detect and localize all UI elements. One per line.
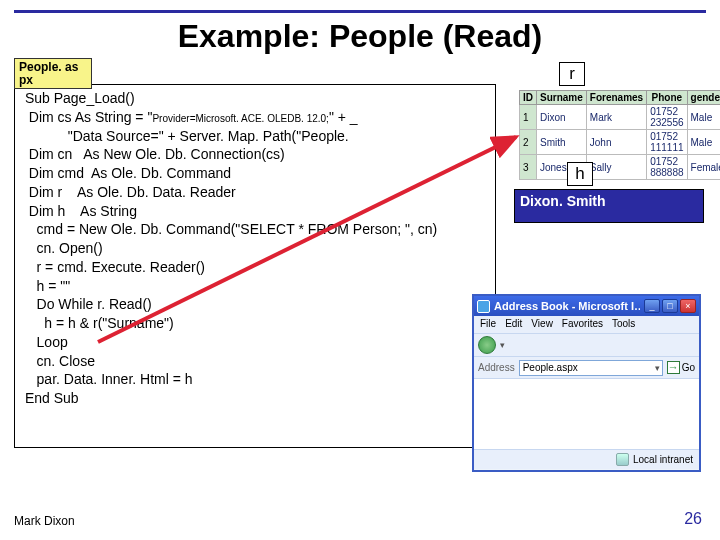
code-line: End Sub	[21, 389, 489, 408]
code-line: Dim cn As New Ole. Db. Connection(cs)	[21, 145, 489, 164]
address-label: Address	[478, 362, 515, 373]
table-row: 3 Jones Sally 01752 888888 Female	[520, 155, 721, 180]
code-line: "Data Source=" + Server. Map. Path("Peop…	[21, 127, 489, 146]
col-gender: gender	[687, 91, 720, 105]
menu-view[interactable]: View	[531, 318, 553, 331]
col-phone: Phone	[647, 91, 687, 105]
minimize-button[interactable]: _	[644, 299, 660, 313]
close-button[interactable]: ×	[680, 299, 696, 313]
filename-label: People. as px	[14, 58, 92, 89]
code-line: cn. Close	[21, 352, 489, 371]
col-surname: Surname	[537, 91, 587, 105]
code-line: cmd = New Ole. Db. Command("SELECT * FRO…	[21, 220, 489, 239]
footer-author: Mark Dixon	[14, 514, 75, 528]
status-label: Local intranet	[633, 454, 693, 465]
go-label: Go	[682, 362, 695, 373]
col-id: ID	[520, 91, 537, 105]
code-line: h = ""	[21, 277, 489, 296]
code-line: cn. Open()	[21, 239, 489, 258]
intranet-icon	[616, 453, 629, 466]
menu-file[interactable]: File	[480, 318, 496, 331]
ie-icon	[477, 300, 490, 313]
code-line: Do While r. Read()	[21, 295, 489, 314]
browser-titlebar[interactable]: Address Book - Microsoft I… _ □ ×	[474, 296, 699, 316]
h-variable-value: Dixon. Smith	[514, 189, 704, 223]
h-variable-label: h	[567, 162, 593, 186]
code-line: Dim cmd As Ole. Db. Command	[21, 164, 489, 183]
code-line: par. Data. Inner. Html = h	[21, 370, 489, 389]
address-bar: Address People.aspx → Go	[474, 357, 699, 379]
go-arrow-icon: →	[667, 361, 680, 374]
go-button[interactable]: → Go	[667, 361, 695, 374]
browser-toolbar: ▾	[474, 333, 699, 357]
table-header-row: ID Surname Forenames Phone gender	[520, 91, 721, 105]
code-line: Dim r As Ole. Db. Data. Reader	[21, 183, 489, 202]
back-button[interactable]	[478, 336, 496, 354]
menu-edit[interactable]: Edit	[505, 318, 522, 331]
code-line: Loop	[21, 333, 489, 352]
person-table: ID Surname Forenames Phone gender 1 Dixo…	[519, 90, 720, 180]
slide-title: Example: People (Read)	[0, 18, 720, 55]
table-row: 2 Smith John 01752 111111 Male	[520, 130, 721, 155]
address-input[interactable]: People.aspx	[519, 360, 663, 376]
reader-label: r	[559, 62, 585, 86]
code-line: Dim h As String	[21, 202, 489, 221]
menu-favorites[interactable]: Favorites	[562, 318, 603, 331]
code-line: h = h & r("Surname")	[21, 314, 489, 333]
top-rule	[14, 10, 706, 13]
highlight-while	[45, 427, 193, 445]
code-line: Sub Page_Load()	[21, 89, 489, 108]
maximize-button[interactable]: □	[662, 299, 678, 313]
footer-page-number: 26	[684, 510, 702, 528]
window-buttons: _ □ ×	[644, 299, 696, 313]
browser-viewport[interactable]	[474, 379, 699, 449]
menu-tools[interactable]: Tools	[612, 318, 635, 331]
chevron-down-icon[interactable]: ▾	[500, 340, 505, 350]
table-row: 1 Dixon Mark 01752 232556 Male	[520, 105, 721, 130]
code-line: Dim cs As String = "Provider=Microsoft. …	[21, 108, 489, 127]
col-forenames: Forenames	[586, 91, 646, 105]
browser-menubar: File Edit View Favorites Tools	[474, 316, 699, 333]
code-block: Sub Page_Load() Dim cs As String = "Prov…	[14, 84, 496, 448]
browser-title: Address Book - Microsoft I…	[494, 300, 640, 312]
browser-window: Address Book - Microsoft I… _ □ × File E…	[472, 294, 701, 472]
code-line: r = cmd. Execute. Reader()	[21, 258, 489, 277]
browser-statusbar: Local intranet	[474, 449, 699, 469]
